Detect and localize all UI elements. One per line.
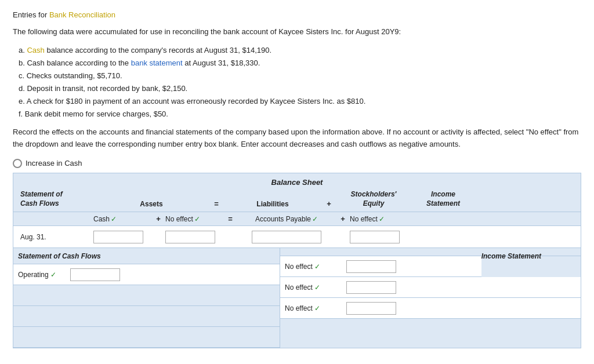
operating-checkmark: ✓ bbox=[50, 271, 56, 279]
assets-header: Assets bbox=[93, 200, 209, 208]
aug31-cash-input[interactable] bbox=[93, 231, 143, 243]
is-row-2: No effect ✓ bbox=[280, 277, 581, 298]
is-header: IncomeStatement bbox=[411, 190, 475, 208]
aug31-noeff-input[interactable] bbox=[165, 231, 215, 243]
balance-sheet-header: Balance Sheet bbox=[13, 173, 581, 190]
no-effect-1-label: No effect ✓ bbox=[165, 215, 223, 223]
list-item: c. Checks outstanding, $5,710. bbox=[19, 70, 581, 82]
bank-statement-link[interactable]: bank statement bbox=[131, 59, 183, 67]
bottom-right-panel: Income Statement No effect ✓ No effect ✓ bbox=[280, 248, 581, 348]
arrow-icon bbox=[13, 159, 22, 168]
section-label-row: Increase in Cash bbox=[13, 159, 581, 168]
ap-checkmark: ✓ bbox=[312, 215, 318, 223]
aug31-input4-wrapper bbox=[350, 231, 425, 243]
is-noeff-1-checkmark: ✓ bbox=[314, 263, 320, 271]
operating-row: Operating ✓ bbox=[13, 264, 280, 285]
is-noeff-2-label: No effect ✓ bbox=[285, 283, 343, 292]
page: Entries for Bank Reconciliation The foll… bbox=[0, 0, 594, 364]
list-item: a. Cash balance according to the company… bbox=[19, 44, 581, 57]
filler-blue-1 bbox=[13, 285, 280, 306]
cash-link-a[interactable]: Cash bbox=[27, 46, 44, 54]
liabilities-header: Liabilities bbox=[223, 200, 322, 208]
accounts-payable-label: Accounts Payable ✓ bbox=[237, 215, 336, 223]
eq-symbol: = bbox=[209, 199, 223, 208]
list-items: a. Cash balance according to the company… bbox=[13, 44, 581, 121]
aug31-input2-wrapper bbox=[165, 231, 223, 243]
plus-symbol: + bbox=[322, 199, 336, 208]
is-bottom-header: Income Statement bbox=[280, 248, 581, 256]
operating-input[interactable] bbox=[70, 268, 120, 281]
cash-checkmark: ✓ bbox=[111, 215, 117, 223]
aug31-ap-input[interactable] bbox=[252, 231, 321, 243]
list-item: f. Bank debit memo for service charges, … bbox=[19, 108, 581, 121]
filler-blue-3 bbox=[13, 327, 280, 348]
list-item: b. Cash balance according to the bank st… bbox=[19, 57, 581, 70]
list-item: e. A check for $180 in payment of an acc… bbox=[19, 95, 581, 108]
is-input-2[interactable] bbox=[346, 281, 396, 294]
no-effect-2-label: No effect ✓ bbox=[350, 215, 425, 223]
stmt-cf-bottom-header: Statement of Cash Flows bbox=[13, 248, 280, 264]
aug31-input3-wrapper bbox=[237, 231, 336, 243]
column-header-row: Statement ofCash Flows Assets = Liabilit… bbox=[13, 190, 581, 212]
entries-title: Entries for Bank Reconciliation bbox=[13, 10, 581, 19]
aug31-input1-wrapper bbox=[93, 231, 151, 243]
is-input-3[interactable] bbox=[346, 302, 396, 315]
is-noeff-2-checkmark: ✓ bbox=[314, 283, 320, 292]
sub-plus1: + bbox=[151, 214, 165, 223]
is-noeff-3-label: No effect ✓ bbox=[285, 304, 343, 312]
bank-reconciliation-link[interactable]: Bank Reconciliation bbox=[49, 10, 115, 19]
aug31-label: Aug. 31. bbox=[18, 233, 93, 241]
aug31-row: Aug. 31. bbox=[13, 226, 581, 248]
sub-plus2: + bbox=[336, 214, 350, 223]
cash-dropdown-label: Cash ✓ bbox=[93, 215, 151, 223]
sub-header-row: Cash ✓ + No effect ✓ = Accounts Payable … bbox=[13, 212, 581, 226]
aug31-se-input[interactable] bbox=[350, 231, 400, 243]
filler-blue-2 bbox=[13, 306, 280, 327]
main-table: Balance Sheet Statement ofCash Flows Ass… bbox=[13, 173, 581, 348]
se-header: Stockholders'Equity bbox=[336, 190, 411, 208]
section-label: Increase in Cash bbox=[26, 159, 82, 168]
instruction-text: Record the effects on the accounts and f… bbox=[13, 126, 581, 151]
intro-text: The following data were accumulated for … bbox=[13, 26, 581, 38]
list-item: d. Deposit in transit, not recorded by b… bbox=[19, 82, 581, 95]
stmt-cf-header: Statement ofCash Flows bbox=[18, 190, 93, 208]
no-effect-2-checkmark: ✓ bbox=[379, 215, 385, 223]
bottom-section: Statement of Cash Flows Operating ✓ Inc bbox=[13, 248, 581, 348]
operating-label: Operating ✓ bbox=[18, 271, 70, 279]
is-noeff-1-label: No effect ✓ bbox=[285, 263, 343, 271]
bottom-left-panel: Statement of Cash Flows Operating ✓ bbox=[13, 248, 280, 348]
is-row-3: No effect ✓ bbox=[280, 298, 581, 319]
is-noeff-3-checkmark: ✓ bbox=[314, 304, 320, 312]
sub-eq: = bbox=[223, 214, 237, 223]
is-row-1: No effect ✓ bbox=[280, 256, 481, 277]
is-input-1[interactable] bbox=[346, 260, 396, 273]
no-effect-1-checkmark: ✓ bbox=[194, 215, 200, 223]
entries-for-label: Entries for bbox=[13, 10, 47, 19]
